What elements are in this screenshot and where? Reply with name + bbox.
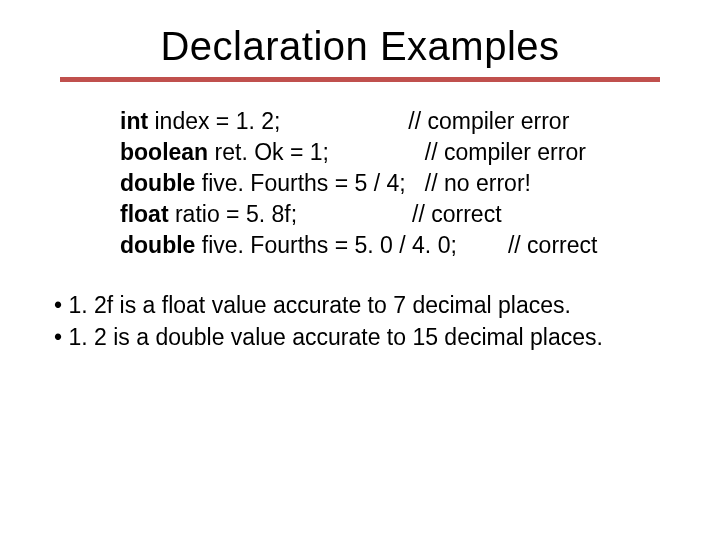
- code-pad: [457, 230, 508, 261]
- code-line: boolean ret. Ok = 1; // compiler error: [120, 137, 610, 168]
- bullet-item: 1. 2 is a double value accurate to 15 de…: [54, 321, 666, 353]
- code-comment: // correct: [508, 230, 597, 261]
- code-pad: [329, 137, 425, 168]
- code-keyword: float: [120, 199, 169, 230]
- code-line: int index = 1. 2; // compiler error: [120, 106, 610, 137]
- code-comment: // compiler error: [408, 106, 569, 137]
- code-pad: [297, 199, 412, 230]
- code-comment: // correct: [412, 199, 501, 230]
- code-text: index = 1. 2;: [148, 106, 280, 137]
- code-keyword: double: [120, 230, 195, 261]
- bullet-list: 1. 2f is a float value accurate to 7 dec…: [54, 289, 666, 353]
- code-keyword: double: [120, 168, 195, 199]
- slide-title: Declaration Examples: [0, 0, 720, 77]
- code-pad: [280, 106, 408, 137]
- code-line: float ratio = 5. 8f; // correct: [120, 199, 610, 230]
- code-text: five. Fourths = 5 / 4;: [195, 168, 405, 199]
- code-keyword: boolean: [120, 137, 208, 168]
- bullet-item: 1. 2f is a float value accurate to 7 dec…: [54, 289, 666, 321]
- code-text: five. Fourths = 5. 0 / 4. 0;: [195, 230, 456, 261]
- code-block: int index = 1. 2; // compiler error bool…: [110, 106, 610, 261]
- code-pad: [406, 168, 425, 199]
- code-text: ret. Ok = 1;: [208, 137, 329, 168]
- code-comment: // no error!: [425, 168, 531, 199]
- code-line: double five. Fourths = 5 / 4; // no erro…: [120, 168, 610, 199]
- slide: Declaration Examples int index = 1. 2; /…: [0, 0, 720, 540]
- title-underline: [60, 77, 660, 82]
- code-line: double five. Fourths = 5. 0 / 4. 0; // c…: [120, 230, 610, 261]
- code-comment: // compiler error: [425, 137, 586, 168]
- code-text: ratio = 5. 8f;: [169, 199, 298, 230]
- code-keyword: int: [120, 106, 148, 137]
